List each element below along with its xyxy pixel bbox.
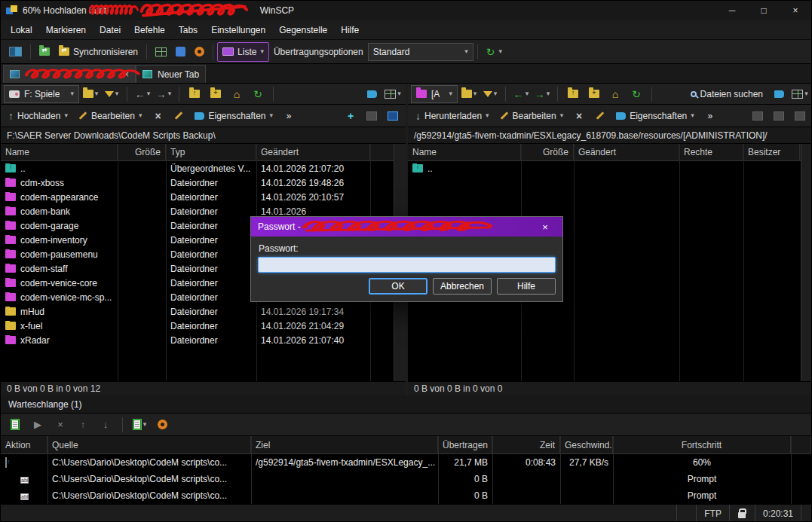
minimize-button[interactable]: ─	[716, 1, 748, 20]
session-manager-button[interactable]	[5, 42, 26, 62]
local-back-button[interactable]: ←▾	[133, 85, 152, 103]
table-row[interactable]: ..	[408, 161, 812, 176]
transfer-preset-select[interactable]: Standard ▾	[368, 43, 473, 61]
download-button[interactable]: ↓ Herunterladen ▾	[411, 106, 494, 126]
maximize-button[interactable]: □	[748, 1, 780, 20]
queue-resume-button[interactable]: ▶	[28, 416, 47, 434]
column-progress[interactable]: Fortschritt	[613, 436, 791, 454]
remote-edit-button[interactable]: Bearbeiten ▾	[495, 106, 568, 126]
local-overflow-button[interactable]: »	[279, 107, 299, 125]
local-home-button[interactable]: ⌂	[227, 85, 247, 103]
column-size[interactable]: Größe	[521, 144, 574, 161]
column-name[interactable]: Name	[408, 144, 521, 161]
table-row[interactable]: mHud Dateiordner14.01.2026 19:17:34	[1, 304, 406, 319]
local-forward-button[interactable]: →▾	[154, 85, 173, 103]
protocol-indicator[interactable]: FTP	[696, 505, 729, 522]
remote-view-columns-button[interactable]: ▾	[790, 85, 810, 103]
local-drive-select[interactable]: F: Spiele ▾	[4, 85, 79, 103]
remote-vertical-scrollbar[interactable]	[801, 144, 812, 381]
synchronize-button[interactable]: Synchronisieren	[54, 42, 142, 62]
queue-row[interactable]: abl C:\Users\Dario\Desktop\CodeM scripts…	[1, 471, 811, 487]
queue-delete-button[interactable]: ×	[51, 416, 70, 434]
remote-tree-button[interactable]	[769, 85, 789, 103]
table-row[interactable]: cdm-xboss Dateiordner14.01.2026 19:48:26	[1, 176, 406, 190]
queue-header-bar[interactable]: Warteschlange (1)	[1, 395, 811, 414]
remote-path-bar[interactable]: /g592914/gta5-fivem-txadmin/ESXLegacy_61…	[408, 127, 812, 144]
local-tree-button[interactable]	[362, 85, 381, 103]
addons-button[interactable]	[171, 42, 190, 62]
new-tab[interactable]: Neuer Tab	[136, 65, 206, 83]
remote-back-button[interactable]: ←▾	[511, 85, 531, 103]
local-delete-button[interactable]: ×	[148, 107, 167, 125]
refresh-button[interactable]: ↻ ▾	[482, 42, 507, 62]
local-new-folder-button[interactable]	[206, 85, 225, 103]
menu-lokal[interactable]: Lokal	[4, 20, 39, 40]
menu-einstellungen[interactable]: Einstellungen	[204, 20, 272, 40]
local-filter-button[interactable]: ▾	[102, 85, 121, 103]
column-transferred[interactable]: Übertragen	[438, 436, 492, 454]
table-row[interactable]: x-fuel Dateiordner14.01.2026 21:04:29	[1, 319, 406, 333]
local-parent-dir-button[interactable]	[185, 85, 204, 103]
remote-dir-select[interactable]: [A ▾	[411, 85, 458, 103]
queue-item-button[interactable]	[5, 416, 25, 434]
local-add-button[interactable]: +	[341, 107, 360, 125]
column-time[interactable]: Zeit	[492, 436, 560, 454]
column-speed[interactable]: Geschwind...	[560, 436, 613, 454]
remote-properties-button[interactable]: Eigenschaften ▾	[611, 106, 699, 126]
column-name[interactable]: Name	[1, 144, 118, 161]
remote-btn-1[interactable]	[748, 107, 768, 125]
local-remove-button[interactable]	[362, 107, 381, 125]
remote-btn-2[interactable]	[769, 107, 789, 125]
remote-home-button[interactable]: ⌂	[605, 85, 625, 103]
menu-hilfe[interactable]: Hilfe	[334, 20, 366, 40]
remote-refresh-button[interactable]: ↻	[627, 85, 646, 103]
column-action[interactable]: Aktion	[1, 436, 47, 454]
encryption-indicator[interactable]	[729, 505, 755, 522]
column-owner[interactable]: Besitzer	[743, 144, 800, 161]
queue-row[interactable]: abl C:\Users\Dario\Desktop\CodeM scripts…	[1, 487, 811, 504]
queue-row[interactable]: C:\Users\Dario\Desktop\CodeM scripts\co.…	[1, 454, 811, 471]
local-refresh-button[interactable]: ↻	[248, 85, 268, 103]
column-size[interactable]: Größe	[118, 144, 166, 161]
sync-browse-button[interactable]	[35, 42, 54, 62]
menu-gegenstelle[interactable]: Gegenstelle	[272, 20, 334, 40]
local-properties-button[interactable]: Eigenschaften ▾	[190, 106, 277, 126]
local-rename-button[interactable]	[169, 107, 188, 125]
local-edit-button[interactable]: Bearbeiten ▾	[74, 106, 147, 126]
password-input[interactable]	[258, 257, 556, 273]
table-row[interactable]: xRadar Dateiordner14.01.2026 21:07:40	[1, 333, 406, 347]
remote-overflow-button[interactable]: »	[700, 107, 720, 125]
remote-rename-button[interactable]	[590, 107, 610, 125]
local-view-columns-button[interactable]: ▾	[383, 85, 403, 103]
column-target[interactable]: Ziel	[251, 436, 438, 454]
menu-befehle[interactable]: Befehle	[127, 20, 172, 40]
queue-options-button[interactable]: ▾	[130, 416, 149, 434]
remote-btn-3[interactable]	[790, 107, 810, 125]
local-select-button[interactable]	[383, 107, 403, 125]
cancel-button[interactable]: Abbrechen	[433, 278, 492, 295]
remote-parent-dir-button[interactable]	[563, 85, 583, 103]
queue-preferences-button[interactable]	[152, 416, 172, 434]
preferences-button[interactable]	[190, 42, 209, 62]
remote-forward-button[interactable]: →▾	[532, 85, 552, 103]
console-button[interactable]	[151, 42, 171, 62]
close-button[interactable]: ×	[780, 1, 811, 20]
help-button[interactable]: Hilfe	[497, 278, 556, 295]
tab-close-icon[interactable]: ×	[124, 69, 129, 80]
session-tab[interactable]: ×	[3, 65, 136, 83]
menu-markieren[interactable]: Markieren	[39, 20, 93, 40]
queue-move-down-button[interactable]: ↓	[96, 416, 115, 434]
column-type[interactable]: Typ	[166, 144, 256, 161]
queue-move-up-button[interactable]: ↑	[73, 416, 93, 434]
remote-new-folder-button[interactable]	[584, 85, 604, 103]
remote-delete-button[interactable]: ×	[569, 107, 589, 125]
local-path-bar[interactable]: F:\SAER Server Downloads\CodeM Scripts B…	[1, 127, 406, 144]
local-folder-menu-button[interactable]: ▾	[81, 85, 100, 103]
ok-button[interactable]: OK	[369, 278, 427, 295]
upload-button[interactable]: ↑ Hochladen ▾	[4, 106, 72, 126]
remote-filter-button[interactable]: ▾	[480, 85, 500, 103]
column-modified[interactable]: Geändert	[256, 144, 370, 161]
menu-tabs[interactable]: Tabs	[172, 20, 204, 40]
column-source[interactable]: Quelle	[47, 436, 251, 454]
column-modified[interactable]: Geändert	[574, 144, 679, 161]
